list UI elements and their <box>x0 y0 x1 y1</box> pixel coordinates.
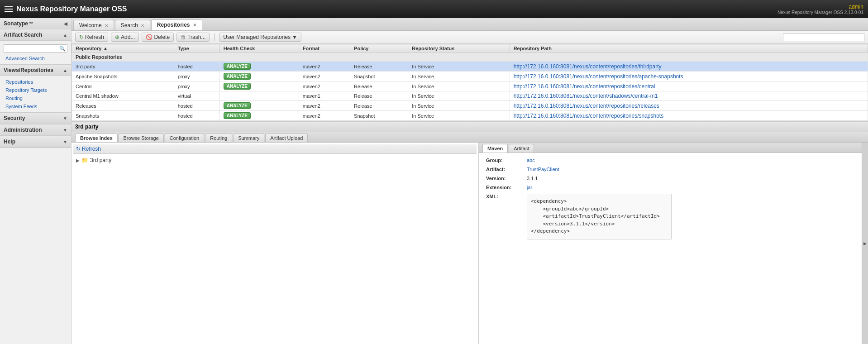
tab-welcome[interactable]: Welcome ✕ <box>73 20 114 30</box>
analyze-button[interactable]: ANALYZE <box>224 112 251 119</box>
sidebar-item-advanced-search[interactable]: Advanced Search <box>0 54 71 62</box>
sidebar-section-header-views-repos[interactable]: Views/Repositories ▲ <box>0 65 71 76</box>
tree-node-root[interactable]: ▶ 📁 3rd party <box>76 157 474 164</box>
col-policy[interactable]: Policy <box>350 44 408 53</box>
artifact-search-toggle[interactable]: ▲ <box>63 33 67 38</box>
col-format[interactable]: Format <box>299 44 350 53</box>
sidebar-item-system-feeds[interactable]: System Feeds <box>0 102 71 110</box>
bottom-tab-browse-index[interactable]: Browse Index <box>75 134 118 142</box>
tab-search-close[interactable]: ✕ <box>141 23 144 28</box>
repo-path-link[interactable]: http://172.16.0.160:8081/nexus/content/r… <box>514 103 659 109</box>
analyze-button[interactable]: ANALYZE <box>224 73 251 80</box>
repo-path-link[interactable]: http://172.16.0.160:8081/nexus/content/r… <box>514 63 662 70</box>
repo-path[interactable]: http://172.16.0.160:8081/nexus/content/r… <box>510 81 868 91</box>
analyze-button[interactable]: ANALYZE <box>224 102 251 109</box>
views-repos-inner: Repositories Repository Targets Routing … <box>0 76 71 112</box>
add-button[interactable]: ⊕ Add... <box>111 33 139 42</box>
delete-button[interactable]: 🚫 Delete <box>142 33 174 42</box>
artifact-search-input[interactable] <box>4 44 67 53</box>
repo-policy: Release <box>350 91 408 101</box>
repo-table-body: Public Repositories 3rd party hosted ANA… <box>72 53 868 121</box>
security-toggle[interactable]: ▼ <box>63 116 67 121</box>
repo-path[interactable]: http://172.16.0.160:8081/nexus/content/s… <box>510 91 868 101</box>
col-repository[interactable]: Repository ▲ <box>72 44 174 53</box>
repo-type: virtual <box>174 91 219 101</box>
tab-repositories-close[interactable]: ✕ <box>193 23 196 28</box>
user-managed-button[interactable]: User Managed Repositories ▼ <box>219 33 301 42</box>
repo-health: ANALYZE <box>219 72 299 81</box>
bottom-tab-configuration[interactable]: Configuration <box>165 134 204 142</box>
repo-path-link[interactable]: http://172.16.0.160:8081/nexus/content/s… <box>514 93 658 99</box>
artifact-xml-value[interactable]: <dependency> <groupId>abc</groupId> <art… <box>527 194 672 239</box>
repo-path-link[interactable]: http://172.16.0.160:8081/nexus/content/r… <box>514 113 664 119</box>
sidebar-toggle[interactable]: ◀ <box>64 21 67 26</box>
hamburger-menu[interactable] <box>5 6 13 12</box>
bottom-tab-routing[interactable]: Routing <box>205 134 232 142</box>
add-label: Add... <box>121 34 135 40</box>
repo-policy: Release <box>350 62 408 72</box>
analyze-button[interactable]: ANALYZE <box>224 83 251 90</box>
table-row[interactable]: Apache Snapshots proxy ANALYZE maven2 Sn… <box>72 72 868 81</box>
table-row[interactable]: Central M1 shadow virtual maven1 Release… <box>72 91 868 101</box>
sidebar-item-repository-targets[interactable]: Repository Targets <box>0 86 71 94</box>
repo-path[interactable]: http://172.16.0.160:8081/nexus/content/r… <box>510 111 868 121</box>
sidebar-section-header-artifact-search[interactable]: Artifact Search ▲ <box>0 29 71 41</box>
toolbar-search-input[interactable] <box>783 33 864 41</box>
browse-tree: ↻ Refresh ▶ 📁 3rd party <box>72 143 479 344</box>
col-path[interactable]: Repository Path <box>510 44 868 53</box>
table-row[interactable]: Public Repositories <box>72 53 868 62</box>
repo-path-link[interactable]: http://172.16.0.160:8081/nexus/content/r… <box>514 73 683 80</box>
tab-welcome-label: Welcome <box>79 22 102 29</box>
col-health-check[interactable]: Health Check <box>219 44 299 53</box>
search-wrap: 🔍 <box>4 44 67 53</box>
administration-toggle[interactable]: ▼ <box>63 128 67 133</box>
artifact-group-value: abc <box>527 158 535 163</box>
sidebar-section-header-help[interactable]: Help ▼ <box>0 136 71 148</box>
artifact-content: Group: abc Artifact: TrustPayClient Vers… <box>479 153 868 344</box>
sidebar-item-repositories[interactable]: Repositories <box>0 78 71 86</box>
table-row[interactable]: 3rd party hosted ANALYZE maven2 Release … <box>72 62 868 72</box>
artifact-tab-maven[interactable]: Maven <box>482 144 508 153</box>
repo-path[interactable]: http://172.16.0.160:8081/nexus/content/r… <box>510 101 868 111</box>
views-repos-toggle[interactable]: ▲ <box>63 68 67 73</box>
bottom-panel: 3rd party Browse Index Browse Storage Co… <box>72 121 868 344</box>
repo-format: maven2 <box>299 62 350 72</box>
artifact-tab-artifact[interactable]: Artifact <box>509 144 534 153</box>
repo-format: maven1 <box>299 91 350 101</box>
repo-path[interactable]: http://172.16.0.160:8081/nexus/content/r… <box>510 72 868 81</box>
table-row[interactable]: Releases hosted ANALYZE maven2 Release I… <box>72 101 868 111</box>
artifact-xml-label: XML: <box>486 194 527 199</box>
repo-table: Repository ▲ Type Health Check Format Po… <box>72 44 868 121</box>
sidebar-section-header-security[interactable]: Security ▼ <box>0 113 71 124</box>
folder-icon: 📁 <box>81 157 88 163</box>
tab-welcome-close[interactable]: ✕ <box>105 23 108 28</box>
bottom-tab-artifact-upload[interactable]: Artifact Upload <box>265 134 308 142</box>
col-status[interactable]: Repository Status <box>408 44 510 53</box>
refresh-button[interactable]: ↻ Refresh <box>75 33 108 42</box>
bottom-tab-browse-storage[interactable]: Browse Storage <box>119 134 164 142</box>
col-type[interactable]: Type <box>174 44 219 53</box>
user-name[interactable]: admin <box>777 4 863 10</box>
repo-policy: Release <box>350 81 408 91</box>
tab-repositories[interactable]: Repositories ✕ <box>151 19 202 30</box>
sidebar-section-header-administration[interactable]: Administration ▼ <box>0 124 71 136</box>
repo-path-link[interactable]: http://172.16.0.160:8081/nexus/content/r… <box>514 83 655 90</box>
repo-type: hosted <box>174 62 219 72</box>
right-collapse-button[interactable]: ▶ <box>862 143 868 344</box>
artifact-field-artifact: Artifact: TrustPayClient <box>486 167 861 172</box>
sidebar-item-routing[interactable]: Routing <box>0 94 71 102</box>
table-row[interactable]: Snapshots hosted ANALYZE maven2 Snapshot… <box>72 111 868 121</box>
tree-refresh-button[interactable]: ↻ Refresh <box>76 146 101 152</box>
analyze-button[interactable]: ANALYZE <box>224 63 251 70</box>
repo-name: Central <box>72 81 174 91</box>
help-toggle[interactable]: ▼ <box>63 139 67 144</box>
artifact-field-version: Version: 3.1.1 <box>486 176 861 181</box>
repo-path[interactable]: http://172.16.0.160:8081/nexus/content/r… <box>510 62 868 72</box>
table-row[interactable]: Central proxy ANALYZE maven2 Release In … <box>72 81 868 91</box>
tab-search[interactable]: Search ✕ <box>115 20 150 30</box>
repo-policy: Snapshot <box>350 72 408 81</box>
bottom-tab-summary[interactable]: Summary <box>233 134 264 142</box>
repo-type: proxy <box>174 81 219 91</box>
trash-icon: 🗑 <box>181 34 186 40</box>
trash-button[interactable]: 🗑 Trash... <box>176 33 210 42</box>
